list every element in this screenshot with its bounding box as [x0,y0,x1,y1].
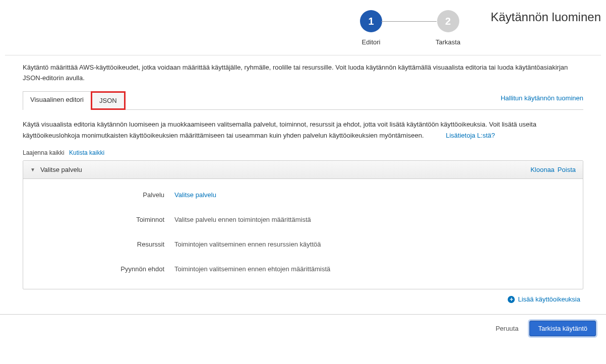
expand-collapse-controls: Laajenna kaikki Kutista kaikki [23,149,583,156]
cancel-button[interactable]: Peruuta [492,322,523,335]
page-header: 1 Editori 2 Tarkasta Käytännön luominen [5,0,601,51]
row-resources: Resurssit Toimintojen valitseminen ennen… [33,240,573,248]
visual-editor-help: Käytä visuaalista editoria käytännön luo… [23,119,583,141]
service-value-link[interactable]: Valitse palvelu [174,191,216,199]
remove-link[interactable]: Poista [558,166,576,173]
actions-label: Toiminnot [33,216,174,223]
editor-tabs: Visuaalinen editori JSON [23,91,125,109]
conditions-label: Pyynnön ehdot [33,265,174,273]
wizard-steps: 1 Editori 2 Tarkasta [360,10,460,46]
step-connector [381,21,437,22]
footer-bar: Peruuta Tarkista käytäntö [0,314,606,342]
add-permissions-link[interactable]: + Lisää käyttöoikeuksia [508,295,580,303]
add-permissions-label: Lisää käyttöoikeuksia [518,295,580,303]
expand-all-link[interactable]: Laajenna kaikki [23,149,65,156]
step-2-circle: 2 [437,10,459,32]
step-1-label: Editori [362,38,381,46]
import-managed-policy-link[interactable]: Hallitun käytännön tuominen [501,94,583,106]
chevron-down-icon: ▼ [30,167,35,172]
resources-label: Resurssit [33,240,174,248]
permission-block-body: Palvelu Valitse palvelu Toiminnot Valits… [23,179,583,289]
tab-json[interactable]: JSON [91,91,126,110]
resources-value: Toimintojen valitseminen ennen resurssie… [174,240,321,248]
permission-block: ▼ Valitse palvelu Kloonaa Poista Palvelu… [23,160,583,289]
collapse-all-link[interactable]: Kutista kaikki [69,149,104,156]
add-permissions-row: + Lisää käyttöoikeuksia [23,295,583,304]
permission-block-header[interactable]: ▼ Valitse palvelu Kloonaa Poista [23,161,583,179]
page-title: Käytännön luominen [491,10,601,24]
step-2[interactable]: 2 Tarkasta [436,10,460,46]
row-actions: Toiminnot Valitse palvelu ennen toiminto… [33,216,573,223]
conditions-value: Toimintojen valitseminen ennen ehtojen m… [174,265,330,273]
policy-description: Käytäntö määrittää AWS-käyttöoikeudet, j… [23,63,583,84]
tab-visual-editor[interactable]: Visuaalinen editori [23,91,91,110]
row-conditions: Pyynnön ehdot Toimintojen valitseminen e… [33,265,573,273]
review-policy-button[interactable]: Tarkista käytäntö [529,321,596,336]
divider [5,55,601,55]
plus-circle-icon: + [508,296,515,303]
clone-link[interactable]: Kloonaa [530,166,555,173]
tabs-row: Visuaalinen editori JSON Hallitun käytän… [23,91,583,110]
step-1-circle: 1 [360,10,382,32]
step-2-label: Tarkasta [436,38,460,46]
row-service: Palvelu Valitse palvelu [33,191,573,199]
permission-block-title: Valitse palvelu [40,166,82,173]
learn-more-link[interactable]: Lisätietoja L:stä? [446,132,495,139]
step-1[interactable]: 1 Editori [360,10,382,46]
service-label: Palvelu [33,191,174,199]
actions-value: Valitse palvelu ennen toimintojen määrit… [174,216,311,223]
